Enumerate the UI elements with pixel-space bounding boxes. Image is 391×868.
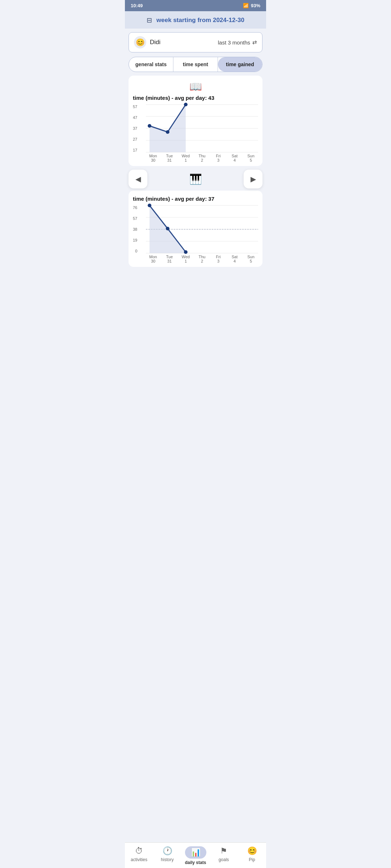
y-label: 57 <box>133 216 137 221</box>
x-label: Tue31 <box>162 154 177 162</box>
y-label: 76 <box>133 205 137 210</box>
y-label: 57 <box>133 105 137 109</box>
y-label: 38 <box>133 227 137 231</box>
svg-point-7 <box>166 130 169 134</box>
piano-icon: 🎹 <box>189 173 202 185</box>
tab-timespent[interactable]: time spent <box>173 57 218 72</box>
x-label: Wed1 <box>178 255 193 263</box>
chart-section-2: time (minutes) - avg per day: 37 76 57 3… <box>129 191 262 267</box>
page-title: week starting from 2024-12-30 <box>156 17 244 24</box>
x-label: Sun5 <box>244 154 258 162</box>
y-label: 17 <box>133 148 137 152</box>
header: ⊟ week starting from 2024-12-30 <box>125 11 266 29</box>
y-label: 0 <box>135 249 137 253</box>
sliders-icon[interactable]: ⊟ <box>147 16 152 24</box>
chart1-svg <box>146 105 258 152</box>
user-name: Didi <box>150 39 160 46</box>
next-button[interactable]: ▶ <box>244 170 262 188</box>
nav-arrows: ◀ 🎹 ▶ <box>129 170 262 188</box>
chart2-wrapper: 76 57 38 19 0 <box>133 205 258 263</box>
x-label: Fri3 <box>211 154 226 162</box>
user-left: 😊 Didi <box>134 36 160 48</box>
x-label: Sat4 <box>227 154 242 162</box>
chart2-area <box>146 205 258 253</box>
prev-button[interactable]: ◀ <box>129 170 147 188</box>
x-label: Mon30 <box>146 154 160 162</box>
tab-general[interactable]: general stats <box>129 57 173 72</box>
x-label: Fri3 <box>211 255 226 263</box>
x-label: Sat4 <box>227 255 242 263</box>
y-label: 37 <box>133 126 137 131</box>
signal-icon: 📶 <box>243 3 249 8</box>
svg-point-17 <box>166 227 169 230</box>
chart1-y-axis: 57 47 37 27 17 <box>133 105 139 152</box>
chart2-title: time (minutes) - avg per day: 37 <box>133 196 258 202</box>
user-period[interactable]: last 3 months ⇄ <box>218 39 257 46</box>
chart1-title: time (minutes) - avg per day: 43 <box>133 95 258 101</box>
status-time: 10:49 <box>131 3 143 8</box>
x-label: Wed1 <box>178 154 193 162</box>
status-bar: 10:49 📶 93% <box>125 0 266 11</box>
svg-point-8 <box>184 103 188 106</box>
period-label: last 3 months <box>218 39 250 46</box>
y-label: 19 <box>133 238 137 242</box>
avatar: 😊 <box>134 36 146 48</box>
chart2-x-axis: Mon30 Tue31 Wed1 Thu2 Fri3 Sat4 Sun5 <box>146 255 258 263</box>
avatar-icon: 😊 <box>136 38 145 47</box>
content-area: 📖 time (minutes) - avg per day: 43 57 47… <box>125 72 266 267</box>
svg-point-6 <box>148 124 151 128</box>
chart1-area <box>146 105 258 152</box>
user-row[interactable]: 😊 Didi last 3 months ⇄ <box>129 32 262 52</box>
battery-indicator: 93% <box>251 3 260 8</box>
tabs-row: general stats time spent time gained <box>129 57 262 72</box>
chart-section-1: 📖 time (minutes) - avg per day: 43 57 47… <box>129 76 262 166</box>
chart1-wrapper: 57 47 37 27 17 <box>133 105 258 162</box>
x-label: Thu2 <box>195 255 209 263</box>
status-right: 📶 93% <box>243 3 260 8</box>
chart1-x-axis: Mon30 Tue31 Wed1 Thu2 Fri3 Sat4 Sun5 <box>146 154 258 162</box>
x-label: Tue31 <box>162 255 177 263</box>
svg-point-18 <box>184 250 188 254</box>
chart2-y-axis: 76 57 38 19 0 <box>133 205 139 253</box>
tab-timegained[interactable]: time gained <box>218 57 262 72</box>
chart2-svg <box>146 205 258 253</box>
chart1-icon: 📖 <box>133 81 258 93</box>
y-label: 27 <box>133 137 137 141</box>
svg-point-16 <box>148 204 151 207</box>
swap-icon: ⇄ <box>252 39 257 46</box>
x-label: Thu2 <box>195 154 209 162</box>
x-label: Mon30 <box>146 255 160 263</box>
y-label: 47 <box>133 115 137 120</box>
x-label: Sun5 <box>244 255 258 263</box>
